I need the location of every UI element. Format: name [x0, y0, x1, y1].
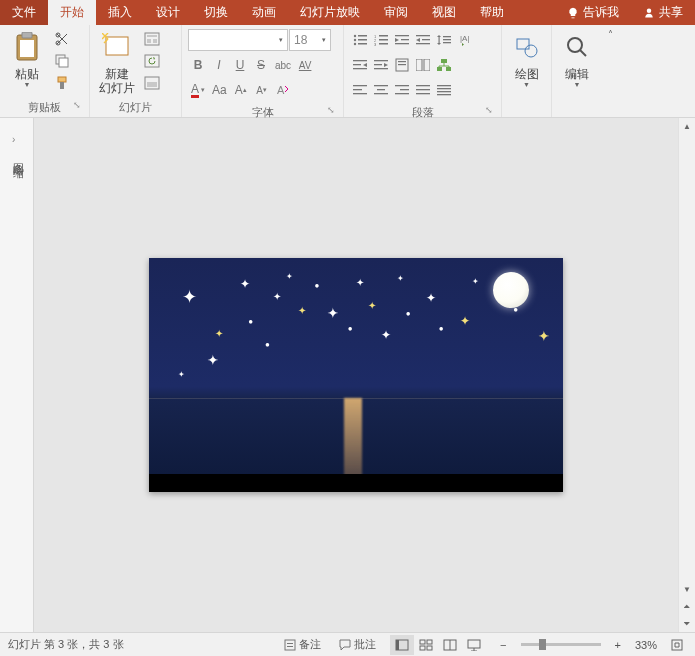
slide-content[interactable]: ✦ ✦ ✦ ✦ ● ✦ ✦ ✦ ● ✦ ● ✦ ✦ ✦ ✦ ● ✦ ● ✦ ✦ …	[149, 258, 563, 492]
slide-layout-button[interactable]	[142, 29, 162, 49]
tell-me[interactable]: 告诉我	[555, 0, 631, 25]
tab-slideshow[interactable]: 幻灯片放映	[288, 0, 372, 25]
slide-canvas[interactable]: ✦ ✦ ✦ ✦ ● ✦ ✦ ✦ ● ✦ ● ✦ ✦ ✦ ✦ ● ✦ ● ✦ ✦ …	[34, 118, 678, 632]
fit-to-window-button[interactable]	[667, 639, 687, 651]
columns-button[interactable]	[413, 54, 433, 76]
svg-rect-45	[374, 60, 388, 61]
notes-button[interactable]: 备注	[280, 637, 325, 652]
decrease-indent-button[interactable]	[413, 29, 433, 51]
svg-rect-40	[443, 42, 451, 43]
comments-button[interactable]: 批注	[335, 637, 380, 652]
sorter-view-button[interactable]	[414, 635, 438, 655]
line-spacing-button[interactable]	[434, 29, 454, 51]
font-size-value: 18	[294, 33, 307, 47]
text-direction-button[interactable]: |A|	[455, 29, 475, 51]
cut-button[interactable]	[52, 29, 72, 49]
scrollbar-track[interactable]	[679, 135, 695, 581]
tab-view[interactable]: 视图	[420, 0, 468, 25]
svg-rect-86	[672, 640, 682, 650]
scroll-up-button[interactable]: ▲	[679, 118, 695, 135]
align-justify-button[interactable]	[413, 79, 433, 101]
underline-button[interactable]: U	[230, 54, 250, 76]
font-family-combo[interactable]: ▾	[188, 29, 288, 51]
font-launcher[interactable]: ⤡	[325, 105, 337, 117]
font-group-label: 字体	[252, 106, 274, 118]
drawing-button[interactable]: 绘图 ▼	[506, 27, 547, 90]
svg-point-19	[354, 35, 356, 37]
font-color-button[interactable]: A▾	[188, 79, 208, 101]
svg-rect-69	[437, 88, 451, 89]
bullets-button[interactable]	[350, 29, 370, 51]
drawing-group-label	[506, 113, 547, 117]
tab-file[interactable]: 文件	[0, 0, 48, 25]
tab-insert[interactable]: 插入	[96, 0, 144, 25]
align-center-button[interactable]	[371, 79, 391, 101]
svg-rect-24	[358, 43, 367, 45]
shrink-font-button[interactable]: A▾	[252, 79, 272, 101]
collapse-ribbon-button[interactable]: ˄	[608, 29, 613, 40]
tab-animations[interactable]: 动画	[240, 0, 288, 25]
tab-design[interactable]: 设计	[144, 0, 192, 25]
paragraph-launcher[interactable]: ⤡	[483, 105, 495, 117]
grow-font-button[interactable]: A▴	[231, 79, 251, 101]
star-icon: ✦	[368, 300, 376, 311]
svg-rect-63	[400, 89, 409, 90]
tab-review[interactable]: 审阅	[372, 0, 420, 25]
tab-transitions[interactable]: 切换	[192, 0, 240, 25]
svg-rect-13	[147, 39, 151, 43]
increase-indent-button[interactable]	[392, 29, 412, 51]
scroll-down-button[interactable]: ▼	[679, 581, 695, 598]
new-slide-button[interactable]: 新建 幻灯片	[94, 27, 140, 97]
clipboard-launcher[interactable]: ⤡	[71, 100, 83, 112]
reset-slide-button[interactable]	[142, 51, 162, 71]
align-distribute-button[interactable]	[434, 79, 454, 101]
share-button[interactable]: 共享	[631, 0, 695, 25]
zoom-percentage[interactable]: 33%	[635, 639, 657, 651]
star-icon: ✦	[538, 328, 550, 344]
tab-home[interactable]: 开始	[48, 0, 96, 25]
svg-rect-26	[379, 35, 388, 37]
zoom-in-button[interactable]: +	[611, 639, 625, 651]
align-right-button[interactable]	[392, 79, 412, 101]
bold-button[interactable]: B	[188, 54, 208, 76]
slideshow-icon	[467, 639, 481, 651]
paste-button[interactable]: 粘贴 ▼	[4, 27, 50, 90]
convert-smartart-button[interactable]	[434, 54, 454, 76]
next-slide-button[interactable]: ⏷	[679, 615, 695, 632]
group-font: ▾ 18▾ B I U S abc AV A▾ Aa A▴ A▾ A	[182, 25, 344, 117]
magnifier-icon	[565, 35, 589, 59]
font-size-combo[interactable]: 18▾	[289, 29, 331, 51]
expand-thumbnails-button[interactable]: ›	[12, 134, 15, 145]
svg-rect-79	[396, 640, 399, 650]
numbering-button[interactable]: 123	[371, 29, 391, 51]
section-button[interactable]	[142, 73, 162, 93]
align-text-button[interactable]	[392, 54, 412, 76]
italic-button[interactable]: I	[209, 54, 229, 76]
star-icon: ●	[265, 340, 270, 349]
normal-view-button[interactable]	[390, 635, 414, 655]
zoom-slider[interactable]	[521, 643, 601, 646]
text-highlight-button[interactable]: abc	[272, 54, 294, 76]
numbering-icon: 123	[374, 34, 388, 46]
lightbulb-icon	[567, 7, 579, 19]
reading-view-button[interactable]	[438, 635, 462, 655]
format-painter-button[interactable]	[52, 73, 72, 93]
star-icon: ✦	[273, 291, 281, 302]
svg-point-0	[647, 8, 652, 13]
tab-help[interactable]: 帮助	[468, 0, 516, 25]
char-spacing-button[interactable]: AV	[295, 54, 315, 76]
decrease-list-button[interactable]	[350, 54, 370, 76]
increase-list-button[interactable]	[371, 54, 391, 76]
zoom-thumb[interactable]	[539, 639, 546, 650]
prev-slide-button[interactable]: ⏶	[679, 598, 695, 615]
slideshow-view-button[interactable]	[462, 635, 486, 655]
align-left-button[interactable]	[350, 79, 370, 101]
change-case-button[interactable]: Aa	[209, 79, 230, 101]
editing-button[interactable]: 编辑 ▼	[556, 27, 598, 90]
copy-button[interactable]	[52, 51, 72, 71]
strike-button[interactable]: S	[251, 54, 271, 76]
clear-formatting-button[interactable]: A	[273, 79, 293, 101]
svg-rect-33	[395, 43, 409, 44]
vertical-scrollbar[interactable]: ▲ ▼ ⏶ ⏷	[678, 118, 695, 632]
zoom-out-button[interactable]: −	[496, 639, 510, 651]
